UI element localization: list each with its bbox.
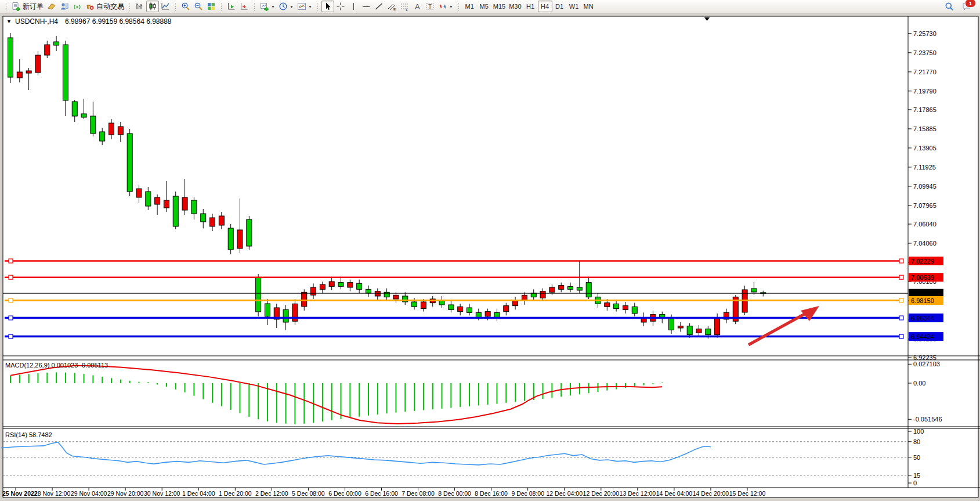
bar-chart-icon — [135, 2, 144, 11]
chart-window[interactable]: 7.257307.237507.217707.197907.178657.158… — [0, 13, 980, 501]
candle-body — [146, 192, 151, 206]
toolbar-signals-button[interactable] — [71, 1, 84, 12]
time-label: 6 Dec 16:00 — [365, 490, 398, 497]
line-handle[interactable] — [899, 298, 903, 302]
candle-body — [81, 114, 86, 117]
toolbar-zoom-in-button[interactable] — [179, 1, 192, 12]
svg-text:T: T — [428, 3, 432, 10]
timeframe-D1-button[interactable]: D1 — [552, 1, 567, 12]
candle-body — [449, 305, 454, 309]
toolbar-new-chart-button[interactable]: ▼ — [258, 1, 277, 12]
toolbar-bar-chart-button[interactable] — [133, 1, 146, 12]
toolbar-horizontal-line-button[interactable] — [360, 1, 373, 12]
toolbar-cursor-button[interactable] — [321, 1, 334, 12]
toolbar-tile-windows-button[interactable] — [205, 1, 218, 12]
dropdown-caret-icon[interactable]: ▼ — [308, 5, 312, 9]
toolbar-zoom-out-button[interactable] — [192, 1, 205, 12]
toolbar-profiles-button[interactable] — [58, 1, 71, 12]
toolbar-templates-button[interactable]: ▼ — [295, 1, 314, 12]
dropdown-caret-icon[interactable]: ▼ — [449, 5, 453, 9]
timeframe-H1-button[interactable]: H1 — [523, 1, 538, 12]
candle-body — [201, 214, 206, 222]
dropdown-caret-icon[interactable]: ▼ — [290, 5, 294, 9]
line-handle[interactable] — [899, 275, 903, 279]
price-badge-label: 6.96344 — [911, 315, 934, 322]
candle-body — [136, 189, 142, 197]
arrows-icon — [438, 2, 447, 11]
timeframe-label: W1 — [569, 3, 579, 10]
timeframe-label: D1 — [555, 3, 563, 10]
toolbar-trend-line-button[interactable] — [373, 1, 385, 12]
chart-shift-icon — [240, 2, 249, 11]
candle-body — [540, 291, 545, 298]
candle-body — [366, 289, 371, 293]
search-button[interactable] — [943, 1, 956, 12]
time-label: 25 Nov 2022 — [2, 490, 38, 497]
timeframe-H4-button[interactable]: H4 — [538, 1, 552, 12]
toolbar-periods-button[interactable]: ▼ — [277, 1, 295, 12]
time-label: 14 Dec 20:00 — [693, 490, 729, 497]
timeframe-M15-button[interactable]: M15 — [491, 1, 507, 12]
dropdown-caret-icon[interactable]: ▼ — [271, 5, 275, 9]
toolbar-line-chart-button[interactable] — [159, 1, 172, 12]
new-order-icon — [12, 2, 21, 11]
timeframe-M1-button[interactable]: M1 — [462, 1, 477, 12]
time-label: 12 Dec 20:00 — [583, 490, 620, 497]
price-tick-label: 7.15885 — [913, 125, 936, 132]
toolbar-market-watch-button[interactable] — [45, 1, 58, 12]
chart-collapse-icon[interactable]: ▼ — [6, 19, 12, 24]
timeframe-M5-button[interactable]: M5 — [477, 1, 491, 12]
price-tick-label: 7.09945 — [913, 183, 936, 190]
line-handle[interactable] — [9, 316, 13, 320]
toolbar-auto-trading-button[interactable]: 自动交易 — [84, 1, 126, 12]
candle-body — [476, 312, 481, 317]
timeframe-label: M5 — [480, 3, 489, 10]
candle-body — [118, 127, 123, 135]
time-label: 5 Dec 08:00 — [292, 490, 325, 497]
price-tick-label: 7.23750 — [913, 49, 936, 56]
toolbar-chart-shift-button[interactable] — [238, 1, 251, 12]
price-badge-label: 7.02229 — [911, 258, 934, 265]
line-handle[interactable] — [899, 259, 903, 263]
line-handle[interactable] — [9, 334, 13, 338]
toolbar-auto-scroll-button[interactable] — [225, 1, 238, 12]
toolbar-fibonacci-button[interactable]: F — [398, 1, 411, 12]
candle-body — [577, 287, 582, 290]
candle-body — [669, 318, 674, 330]
toolbar-new-order-button[interactable]: 新订单 — [10, 1, 45, 12]
macd-axis-label: -0.051546 — [913, 416, 942, 423]
auto-scroll-icon — [227, 2, 236, 11]
toolbar-channel-button[interactable]: E — [385, 1, 398, 12]
candle-body — [283, 309, 288, 322]
candle-body — [256, 277, 261, 312]
candle-body — [210, 218, 215, 226]
toolbar-text-label-button[interactable]: T — [424, 1, 436, 12]
chart-background — [3, 16, 978, 498]
line-handle[interactable] — [9, 259, 13, 263]
candle-body — [127, 134, 132, 192]
line-handle[interactable] — [9, 275, 13, 279]
timeframe-M30-button[interactable]: M30 — [507, 1, 523, 12]
timeframe-MN-button[interactable]: MN — [581, 1, 596, 12]
toolbar-arrows-button[interactable]: ▼ — [436, 1, 455, 12]
svg-text:E: E — [393, 8, 396, 11]
line-handle[interactable] — [9, 298, 13, 302]
toolbar-grip — [175, 2, 176, 11]
toolbar-new-order-label: 新订单 — [23, 2, 44, 12]
line-handle[interactable] — [899, 334, 903, 338]
toolbar-text-button[interactable]: A — [411, 1, 424, 12]
candle-body — [100, 132, 105, 141]
toolbar-candle-chart-button[interactable] — [146, 1, 159, 12]
toolbar-grip — [5, 2, 7, 11]
timeframe-W1-button[interactable]: W1 — [567, 1, 581, 12]
candle-body — [467, 308, 472, 312]
candle-body — [678, 326, 683, 328]
market-watch-icon — [47, 2, 56, 11]
notifications-button[interactable]: 1 — [960, 1, 973, 12]
line-handle[interactable] — [899, 316, 903, 320]
toolbar-crosshair-button[interactable] — [334, 1, 347, 12]
svg-text:F: F — [406, 8, 408, 12]
candle-body — [155, 197, 160, 204]
toolbar-vertical-line-button[interactable] — [347, 1, 360, 12]
candle-body — [632, 307, 637, 313]
